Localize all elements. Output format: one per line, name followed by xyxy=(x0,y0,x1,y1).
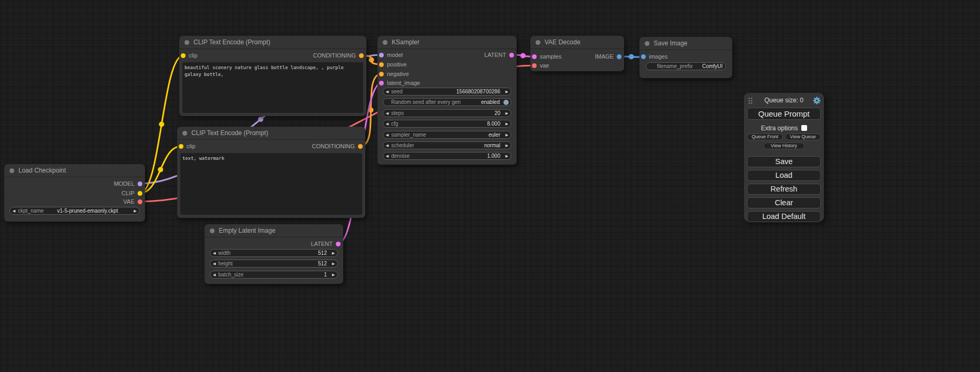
left-arrow-icon[interactable]: ◀ xyxy=(210,271,218,278)
latent-output-slot[interactable] xyxy=(336,242,341,246)
vae-output-slot[interactable] xyxy=(138,199,142,204)
ckpt-name-widget[interactable]: ◀ ckpt_name v1-5-pruned-emaonly.ckpt ▶ xyxy=(9,207,140,215)
collapse-dot-icon[interactable] xyxy=(383,40,387,45)
left-arrow-icon[interactable]: ◀ xyxy=(383,142,391,149)
node-title-bar[interactable]: KSampler xyxy=(377,36,517,49)
right-arrow-icon[interactable]: ▶ xyxy=(503,110,511,117)
right-arrow-icon[interactable]: ▶ xyxy=(329,271,337,278)
node-title-bar[interactable]: CLIP Text Encode (Prompt) xyxy=(179,36,366,49)
node-title-bar[interactable]: Load Checkpoint xyxy=(4,164,145,177)
drag-handle-icon[interactable] xyxy=(748,97,753,104)
latent-output-slot[interactable] xyxy=(509,53,514,58)
left-arrow-icon[interactable]: ◀ xyxy=(210,260,218,267)
load-button[interactable]: Load xyxy=(747,170,821,181)
right-arrow-icon[interactable]: ▶ xyxy=(503,88,511,95)
latent-image-input-slot[interactable] xyxy=(379,81,384,85)
node-clip-text-encode-negative[interactable]: CLIP Text Encode (Prompt) clip CONDITION… xyxy=(177,127,365,218)
conditioning-output-slot[interactable] xyxy=(359,53,364,58)
refresh-button[interactable]: Refresh xyxy=(747,184,821,195)
filename-prefix-widget[interactable]: filename_prefix ComfyUI xyxy=(646,62,726,70)
denoise-widget[interactable]: ◀ denoise 1.000 ▶ xyxy=(383,152,511,160)
widget-label: denoise xyxy=(391,153,410,159)
right-arrow-icon[interactable]: ▶ xyxy=(329,250,337,256)
node-load-checkpoint[interactable]: Load Checkpoint MODEL CLIP VAE ◀ ckpt_na… xyxy=(4,164,145,222)
node-empty-latent-image[interactable]: Empty Latent Image LATENT ◀ width 512 ▶ … xyxy=(205,224,343,284)
save-button[interactable]: Save xyxy=(747,156,821,167)
collapse-dot-icon[interactable] xyxy=(185,40,189,45)
batch-size-widget[interactable]: ◀ batch_size 1 ▶ xyxy=(210,271,338,279)
extra-options-label: Extra options xyxy=(761,125,798,132)
left-arrow-icon[interactable]: ◀ xyxy=(383,120,391,127)
node-title-bar[interactable]: CLIP Text Encode (Prompt) xyxy=(177,127,365,140)
collapse-dot-icon[interactable] xyxy=(182,131,187,136)
right-arrow-icon[interactable]: ▶ xyxy=(329,260,337,267)
width-widget[interactable]: ◀ width 512 ▶ xyxy=(210,249,338,257)
negative-input-slot[interactable] xyxy=(379,72,384,77)
right-arrow-icon[interactable]: ▶ xyxy=(503,152,511,159)
node-ksampler[interactable]: KSampler model LATENT positive negative … xyxy=(377,36,517,165)
right-arrow-icon[interactable]: ▶ xyxy=(503,131,511,138)
gear-icon[interactable] xyxy=(813,97,821,104)
extra-options-checkbox[interactable] xyxy=(801,125,807,131)
random-seed-toggle-widget[interactable]: Random seed after every gen enabled xyxy=(383,98,511,106)
collapse-dot-icon[interactable] xyxy=(536,40,540,45)
queue-front-button[interactable]: Queue Front xyxy=(747,133,783,140)
node-title-bar[interactable]: VAE Decode xyxy=(530,36,624,49)
cfg-widget[interactable]: ◀ cfg 8.000 ▶ xyxy=(383,120,511,128)
model-link-dot xyxy=(258,117,264,122)
clear-button[interactable]: Clear xyxy=(747,197,821,208)
node-vae-decode[interactable]: VAE Decode samples IMAGE vae xyxy=(530,36,624,71)
clip-output-slot[interactable] xyxy=(138,191,142,196)
node-save-image[interactable]: Save Image images filename_prefix ComfyU… xyxy=(639,37,732,78)
height-widget[interactable]: ◀ height 512 ▶ xyxy=(210,260,338,268)
image-output-slot[interactable] xyxy=(617,54,622,59)
input-label-latent-image: latent_image xyxy=(387,79,420,87)
conditioning-output-slot[interactable] xyxy=(358,144,363,149)
left-arrow-icon[interactable]: ◀ xyxy=(383,152,391,159)
load-default-button[interactable]: Load Default xyxy=(747,211,821,222)
positive-input-slot[interactable] xyxy=(379,62,384,67)
input-label-images: images xyxy=(649,53,667,61)
scheduler-widget[interactable]: ◀ scheduler normal ▶ xyxy=(383,141,511,149)
toggle-indicator-icon[interactable] xyxy=(503,100,509,105)
node-title-bar[interactable]: Empty Latent Image xyxy=(205,224,343,237)
queue-prompt-button[interactable]: Queue Prompt xyxy=(747,108,821,120)
prompt-textarea[interactable]: text, watermark xyxy=(180,153,362,215)
graph-canvas[interactable]: Load Checkpoint MODEL CLIP VAE ◀ ckpt_na… xyxy=(0,0,980,372)
widget-label: height xyxy=(218,261,232,266)
collapse-dot-icon[interactable] xyxy=(9,168,14,173)
collapse-dot-icon[interactable] xyxy=(210,228,215,233)
seed-widget[interactable]: ◀ seed 156680208700286 ▶ xyxy=(383,88,511,96)
node-title: CLIP Text Encode (Prompt) xyxy=(193,39,270,46)
output-label-conditioning: CONDITIONING xyxy=(312,142,355,150)
view-history-button[interactable]: View History xyxy=(763,142,804,149)
right-arrow-icon[interactable]: ▶ xyxy=(131,207,139,214)
left-arrow-icon[interactable]: ◀ xyxy=(383,131,391,138)
left-arrow-icon[interactable]: ◀ xyxy=(210,250,218,256)
right-arrow-icon[interactable]: ▶ xyxy=(503,142,511,149)
vae-input-slot[interactable] xyxy=(532,63,537,68)
left-arrow-icon[interactable]: ◀ xyxy=(383,110,391,117)
right-arrow-icon[interactable]: ▶ xyxy=(503,120,511,127)
positive-conditioning-link-dot xyxy=(369,58,374,63)
node-title: KSampler xyxy=(392,39,420,46)
view-queue-button[interactable]: View Queue xyxy=(785,133,821,140)
widget-value: 8.000 xyxy=(398,121,503,127)
widget-label: sampler_name xyxy=(391,132,426,138)
output-label-vae: VAE xyxy=(123,198,134,206)
steps-widget[interactable]: ◀ steps 20 ▶ xyxy=(383,109,511,117)
images-input-slot[interactable] xyxy=(641,54,646,59)
widget-value: 512 xyxy=(230,250,329,256)
left-arrow-icon[interactable]: ◀ xyxy=(383,88,391,95)
node-title-bar[interactable]: Save Image xyxy=(639,37,732,50)
left-arrow-icon[interactable]: ◀ xyxy=(10,207,18,214)
model-output-slot[interactable] xyxy=(138,182,142,186)
widget-label: steps xyxy=(391,110,404,116)
node-clip-text-encode-positive[interactable]: CLIP Text Encode (Prompt) clip CONDITION… xyxy=(179,36,366,116)
collapse-dot-icon[interactable] xyxy=(645,41,649,46)
prompt-textarea[interactable]: beautiful scenery nature glass bottle la… xyxy=(182,62,363,113)
sampler-name-widget[interactable]: ◀ sampler_name euler ▶ xyxy=(383,131,511,139)
widget-label: scheduler xyxy=(391,142,414,148)
negative-conditioning-link-dot xyxy=(368,108,374,113)
node-title: Empty Latent Image xyxy=(219,227,275,234)
